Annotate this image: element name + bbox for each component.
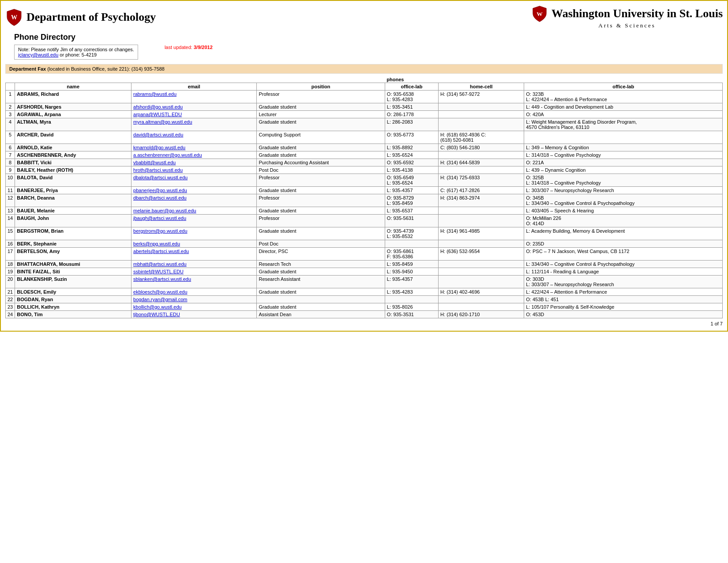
row-home-cell — [439, 276, 524, 288]
row-email[interactable]: pbanerjee@go.wustl.edu — [131, 187, 257, 194]
row-num: 18 — [6, 261, 15, 268]
row-email[interactable]: vbabbitt@wustl.edu — [131, 159, 257, 166]
row-num: 22 — [6, 296, 15, 303]
row-email[interactable]: ssbintef@WUSTL.EDU — [131, 268, 257, 276]
row-home-cell — [439, 166, 524, 174]
email-link[interactable]: jbaugh@artsci.wustl.edu — [133, 215, 186, 221]
email-link[interactable]: tjbono@WUSTL.EDU — [133, 312, 180, 317]
email-link[interactable]: ekbloesch@go.wustl.edu — [133, 289, 187, 295]
row-position: Graduate student — [257, 207, 385, 215]
email-link[interactable]: rabrams@wustl.edu — [133, 91, 176, 97]
email-link[interactable]: sblanken@artsci.wustl.edu — [133, 276, 191, 282]
note-box: Note: Please notify Jim of any correctio… — [14, 45, 138, 60]
email-link[interactable]: mbhatt@artsci.wustl.edu — [133, 261, 187, 267]
row-email[interactable]: sblanken@artsci.wustl.edu — [131, 276, 257, 288]
row-phones: O: 935-8729 L: 935-8459 — [385, 194, 438, 207]
table-row: 4 ALTMAN, Myra myra.altman@go.wustl.edu … — [6, 118, 723, 131]
row-position: Graduate student — [257, 268, 385, 276]
row-email[interactable]: ekbloesch@go.wustl.edu — [131, 288, 257, 296]
col-position: position — [257, 83, 385, 91]
table-row: 9 BAILEY, Heather (ROTH) hroth@artsci.wu… — [6, 166, 723, 174]
row-email[interactable]: abertels@artsci.wustl.edu — [131, 248, 257, 261]
row-position: Professor — [257, 215, 385, 227]
row-email[interactable]: bogdan.ryan@gmail.com — [131, 296, 257, 303]
table-row: 3 AGRAWAL, Arpana arpana@WUSTL.EDU Lectu… — [6, 111, 723, 118]
last-updated-date: 3/9/2012 — [194, 45, 213, 50]
row-location: O: McMillan 226 O: 414D — [524, 215, 723, 227]
email-link[interactable]: berks@npg.wustl.edu — [133, 241, 180, 246]
row-position: Graduate student — [257, 187, 385, 194]
row-num: 5 — [6, 131, 15, 144]
email-link[interactable]: melanie.bauer@go.wustl.edu — [133, 208, 196, 213]
row-email[interactable]: jbaugh@artsci.wustl.edu — [131, 215, 257, 227]
col-office-lab-ph: office-lab — [385, 83, 438, 91]
email-link[interactable]: myra.altman@go.wustl.edu — [133, 119, 192, 125]
row-email[interactable]: rabrams@wustl.edu — [131, 91, 257, 103]
row-home-cell — [439, 296, 524, 303]
table-row: 22 BOGDAN, Ryan bogdan.ryan@gmail.com O:… — [6, 296, 723, 303]
row-email[interactable]: hroth@artsci.wustl.edu — [131, 166, 257, 174]
row-name: BOGDAN, Ryan — [15, 296, 131, 303]
row-email[interactable]: arpana@WUSTL.EDU — [131, 111, 257, 118]
email-link[interactable]: pbanerjee@go.wustl.edu — [133, 188, 187, 193]
email-link[interactable]: kmarnold@go.wustl.edu — [133, 145, 185, 150]
row-location: L: Academy Building, Memory & Developmen… — [524, 227, 723, 240]
email-link[interactable]: vbabbitt@wustl.edu — [133, 160, 176, 165]
row-num: 2 — [6, 103, 15, 111]
row-phones — [385, 240, 438, 248]
phones-header-row: phones — [6, 76, 723, 83]
row-name: BAUGH, John — [15, 215, 131, 227]
row-position: Lecturer — [257, 111, 385, 118]
row-email[interactable]: mbhatt@artsci.wustl.edu — [131, 261, 257, 268]
email-link[interactable]: bergstrom@go.wustl.edu — [133, 228, 187, 234]
email-link[interactable]: hroth@artsci.wustl.edu — [133, 167, 183, 173]
row-email[interactable]: kbollich@go.wustl.edu — [131, 303, 257, 311]
email-link[interactable]: abertels@artsci.wustl.edu — [133, 249, 189, 254]
dept-header: W Department of Psychology — [5, 8, 156, 26]
row-num: 7 — [6, 151, 15, 159]
row-location: O: 325B L: 314/318 – Cognitive Psycholog… — [524, 174, 723, 187]
email-link[interactable]: ssbintef@WUSTL.EDU — [133, 269, 184, 274]
wu-title: Washington University in St. Louis — [552, 7, 723, 20]
row-email[interactable]: dbarch@artsci.wustl.edu — [131, 194, 257, 207]
phones-group-header: phones — [385, 76, 524, 83]
wu-shield-icon: W — [531, 5, 548, 22]
row-location: L: 422/424 – Attention & Performance — [524, 288, 723, 296]
row-name: BHATTACHARYA, Mousumi — [15, 261, 131, 268]
email-link[interactable]: kbollich@go.wustl.edu — [133, 304, 182, 310]
row-email[interactable]: myra.altman@go.wustl.edu — [131, 118, 257, 131]
row-email[interactable]: berks@npg.wustl.edu — [131, 240, 257, 248]
row-email[interactable]: kmarnold@go.wustl.edu — [131, 144, 257, 151]
row-location: L: 303/307 – Neuropsychology Research — [524, 187, 723, 194]
email-link[interactable]: david@artsci.wustl.edu — [133, 132, 183, 137]
email-link[interactable]: dbalota@artsci.wustl.edu — [133, 175, 188, 180]
row-email[interactable]: melanie.bauer@go.wustl.edu — [131, 207, 257, 215]
row-email[interactable]: bergstrom@go.wustl.edu — [131, 227, 257, 240]
row-email[interactable]: dbalota@artsci.wustl.edu — [131, 174, 257, 187]
row-num: 21 — [6, 288, 15, 296]
row-location: L: 334/340 – Cognitive Control & Psychop… — [524, 261, 723, 268]
row-num: 24 — [6, 311, 15, 318]
email-link[interactable]: dbarch@artsci.wustl.edu — [133, 195, 187, 200]
table-row: 17 BERTELSON, Amy abertels@artsci.wustl.… — [6, 248, 723, 261]
last-updated-label: last updated: — [165, 45, 192, 50]
page-footer: 1 of 7 — [5, 321, 723, 326]
email-link[interactable]: afshordi@go.wustl.edu — [133, 104, 183, 110]
row-num: 19 — [6, 268, 15, 276]
email-link[interactable]: arpana@WUSTL.EDU — [133, 112, 182, 117]
row-email[interactable]: tjbono@WUSTL.EDU — [131, 311, 257, 318]
row-name: BLANKENSHIP, Suzin — [15, 276, 131, 288]
table-row: 21 BLOESCH, Emily ekbloesch@go.wustl.edu… — [6, 288, 723, 296]
email-link[interactable]: bogdan.ryan@gmail.com — [133, 297, 187, 302]
row-email[interactable]: a.aschenbrenner@go.wustl.edu — [131, 151, 257, 159]
row-location: L: 314/318 – Cognitive Psychology — [524, 151, 723, 159]
row-name: BERTELSON, Amy — [15, 248, 131, 261]
row-email[interactable]: afshordi@go.wustl.edu — [131, 103, 257, 111]
email-link[interactable]: a.aschenbrenner@go.wustl.edu — [133, 152, 202, 158]
fax-bar: Department Fax (located in Business Offi… — [5, 64, 723, 74]
row-position — [257, 296, 385, 303]
table-row: 12 BARCH, Deanna dbarch@artsci.wustl.edu… — [6, 194, 723, 207]
row-email[interactable]: david@artsci.wustl.edu — [131, 131, 257, 144]
note-email[interactable]: jclancy@wustl.edu — [18, 52, 58, 57]
row-home-cell — [439, 151, 524, 159]
